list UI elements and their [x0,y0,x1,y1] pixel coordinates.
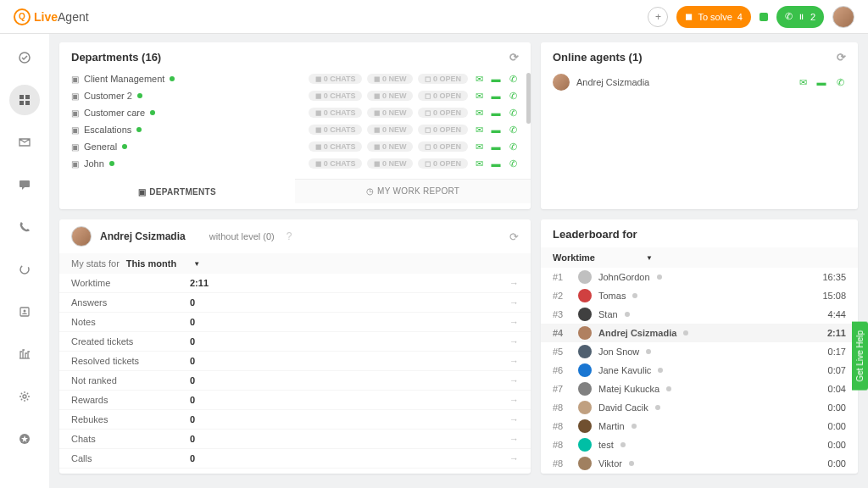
chat-icon[interactable]: ▬ [490,158,502,169]
chats-badge[interactable]: ◼ 0 CHATS [309,125,362,135]
leaderboard-row[interactable]: #8Martin0:00 [541,417,858,435]
leaderboard-row[interactable]: #1JohnGordon16:35 [541,268,858,286]
nav-settings[interactable] [9,381,40,412]
stat-row[interactable]: Chats0→ [59,430,531,449]
scrollbar[interactable] [526,73,531,124]
stats-period-select[interactable]: This month [126,258,200,269]
worktime: 0:00 [828,402,846,413]
open-badge[interactable]: ◻ 0 OPEN [418,74,468,84]
open-badge[interactable]: ◻ 0 OPEN [418,125,468,135]
stat-row[interactable]: Rewards0→ [59,391,531,410]
chat-icon[interactable]: ▬ [815,77,827,88]
stat-row[interactable]: Resolved tickets0→ [59,352,531,371]
stat-row[interactable]: Answers0→ [59,293,531,313]
stat-row[interactable]: Not ranked0→ [59,371,531,391]
nav-star[interactable] [9,424,40,454]
new-badge[interactable]: ◼ 0 NEW [367,141,413,152]
mail-icon[interactable]: ✉ [473,91,485,102]
department-row[interactable]: ▣Escalations◼ 0 CHATS◼ 0 NEW◻ 0 OPEN✉▬✆ [71,121,519,138]
leaderboard-row[interactable]: #5Jon Snow0:17 [541,342,858,361]
add-button[interactable]: + [648,7,668,27]
tab-departments[interactable]: ▣DEPARTMENTS [59,179,295,203]
chats-badge[interactable]: ◼ 0 CHATS [309,141,362,152]
leaderboard-row[interactable]: #4Andrej Csizmadia2:11 [541,324,858,342]
phone-icon[interactable]: ✆ [507,125,519,136]
chats-badge[interactable]: ◼ 0 CHATS [309,74,362,84]
open-badge[interactable]: ◻ 0 OPEN [418,91,468,101]
phone-icon[interactable]: ✆ [507,141,519,152]
get-live-help-tab[interactable]: Get Live Help [852,322,868,391]
open-badge[interactable]: ◻ 0 OPEN [418,108,468,118]
calls-pill[interactable]: ✆ ⏸ 2 [776,6,824,28]
leaderboard-row[interactable]: #8Viktor0:00 [541,454,858,473]
worktime: 0:00 [828,458,846,469]
phone-icon[interactable]: ✆ [834,77,846,88]
status-indicator-icon[interactable] [760,13,768,21]
leaderboard-row[interactable]: #8test0:00 [541,435,858,454]
chats-badge[interactable]: ◼ 0 CHATS [309,91,362,101]
leaderboard-row[interactable]: #7Matej Kukucka0:04 [541,380,858,398]
status-dot-icon [625,312,630,317]
stat-row[interactable]: Worktime2:11→ [59,274,531,293]
nav-grid[interactable] [9,85,40,115]
new-badge[interactable]: ◼ 0 NEW [367,158,413,169]
chat-icon[interactable]: ▬ [490,91,502,101]
tab-my-work-report[interactable]: ◷MY WORK REPORT [295,180,531,203]
status-dot-icon [632,293,637,298]
help-icon[interactable]: ? [287,230,292,242]
department-row[interactable]: ▣John◼ 0 CHATS◼ 0 NEW◻ 0 OPEN✉▬✆ [71,155,519,172]
leaderboard-row[interactable]: #6Jane Kavulic0:07 [541,361,858,380]
nav-chat[interactable] [9,169,40,200]
mail-icon[interactable]: ✉ [473,158,485,169]
leaderboard-metric-select[interactable]: Worktime [541,247,858,268]
chats-badge[interactable]: ◼ 0 CHATS [309,158,362,169]
new-badge[interactable]: ◼ 0 NEW [367,125,413,135]
chat-icon[interactable]: ▬ [490,108,502,118]
nav-contacts[interactable] [9,297,40,327]
stat-row[interactable]: Created tickets0→ [59,332,531,352]
nav-mail[interactable] [9,127,40,158]
leaderboard-row[interactable]: #8David Cacik0:00 [541,398,858,417]
nav-reports[interactable] [9,339,40,369]
chats-badge[interactable]: ◼ 0 CHATS [309,108,362,118]
department-row[interactable]: ▣Client Management◼ 0 CHATS◼ 0 NEW◻ 0 OP… [71,70,519,87]
new-badge[interactable]: ◼ 0 NEW [367,108,413,118]
open-badge[interactable]: ◻ 0 OPEN [418,158,468,169]
chat-icon[interactable]: ▬ [490,74,502,84]
svg-rect-3 [19,101,24,105]
phone-icon[interactable]: ✆ [507,91,519,102]
phone-icon[interactable]: ✆ [507,158,519,169]
logo[interactable]: Q LiveAgent [14,8,89,25]
mail-icon[interactable]: ✉ [473,125,485,136]
mail-icon[interactable]: ✉ [797,77,809,88]
stat-row[interactable]: Calls0→ [59,449,531,469]
department-row[interactable]: ▣Customer 2◼ 0 CHATS◼ 0 NEW◻ 0 OPEN✉▬✆ [71,87,519,104]
refresh-icon[interactable]: ⟳ [837,51,846,64]
stat-row[interactable]: Rebukes0→ [59,410,531,430]
department-row[interactable]: ▣General◼ 0 CHATS◼ 0 NEW◻ 0 OPEN✉▬✆ [71,138,519,155]
nav-phone[interactable] [9,212,40,242]
department-row[interactable]: ▣Customer care◼ 0 CHATS◼ 0 NEW◻ 0 OPEN✉▬… [71,104,519,121]
new-badge[interactable]: ◼ 0 NEW [367,91,413,101]
refresh-icon[interactable]: ⟳ [509,51,519,64]
new-badge[interactable]: ◼ 0 NEW [367,74,413,84]
rank: #8 [553,402,571,413]
chat-icon[interactable]: ▬ [490,141,502,152]
chat-icon[interactable]: ▬ [490,125,502,135]
mail-icon[interactable]: ✉ [473,74,485,85]
nav-loading[interactable] [9,254,40,285]
open-badge[interactable]: ◻ 0 OPEN [418,141,468,152]
leaderboard-row[interactable]: #2Tomas15:08 [541,286,858,305]
mail-icon[interactable]: ✉ [473,108,485,119]
user-avatar[interactable] [832,6,854,28]
online-agent-row[interactable]: Andrej Csizmadia✉▬✆ [541,70,858,94]
leaderboard-row[interactable]: #3Stan4:44 [541,305,858,324]
mail-icon[interactable]: ✉ [473,141,485,152]
stat-row[interactable]: Missed calls0→ [59,469,531,474]
phone-icon[interactable]: ✆ [507,108,519,119]
nav-dashboard[interactable] [9,42,40,73]
refresh-icon[interactable]: ⟳ [509,230,519,243]
phone-icon[interactable]: ✆ [507,74,519,85]
to-solve-pill[interactable]: ◼ To solve 4 [676,6,750,28]
stat-row[interactable]: Notes0→ [59,313,531,332]
